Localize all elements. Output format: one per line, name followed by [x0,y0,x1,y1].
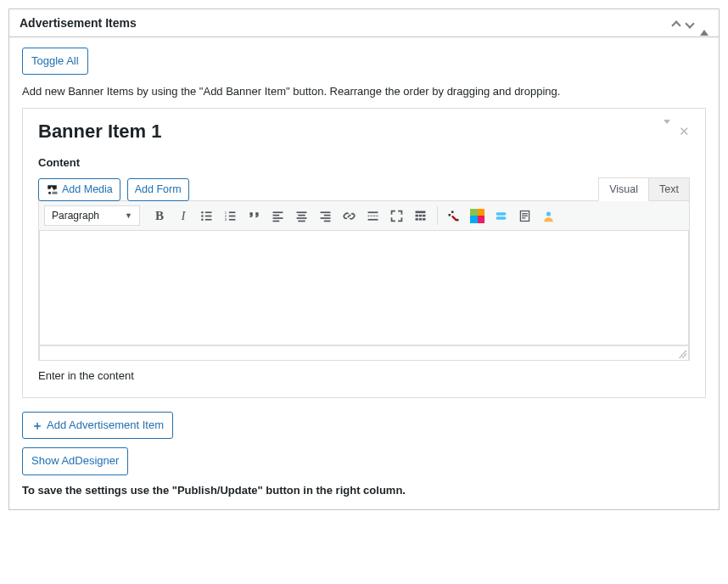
toolbar-separator [437,206,438,225]
remove-item-icon[interactable]: ✕ [679,124,690,139]
svg-rect-13 [273,211,283,213]
content-label: Content [38,156,690,169]
panel-body: Toggle All Add new Banner Items by using… [9,37,719,509]
svg-rect-10 [229,215,236,216]
save-note: To save the settings use the "Publish/Up… [22,484,706,497]
editor-content-area[interactable] [39,231,689,345]
svg-rect-27 [368,219,378,221]
svg-rect-8 [229,211,236,213]
svg-rect-40 [523,215,529,216]
add-media-button[interactable]: Add Media [38,178,120,202]
toolbar-toggle-button[interactable] [410,205,432,227]
advertisement-items-panel: Advertisement Items Toggle All Add new B… [8,8,720,510]
align-center-button[interactable] [291,205,313,227]
svg-rect-37 [496,216,507,219]
align-right-button[interactable] [315,205,337,227]
svg-rect-41 [523,217,526,218]
media-icon [46,183,59,195]
editor-resize-handle[interactable] [39,345,689,361]
svg-point-1 [202,211,204,214]
chevron-down-icon: ▼ [125,211,132,220]
svg-rect-15 [273,217,283,219]
svg-rect-16 [273,220,280,222]
bullet-list-button[interactable] [196,205,218,227]
svg-text:3: 3 [225,217,227,222]
read-more-button[interactable] [362,205,384,227]
format-select[interactable]: Paragraph ▼ [44,205,140,226]
svg-rect-32 [416,218,418,221]
add-form-button[interactable]: Add Form [127,178,189,202]
plus-icon: ＋ [31,419,43,431]
document-button[interactable] [514,205,536,227]
svg-rect-4 [205,215,212,216]
svg-point-0 [48,192,51,194]
svg-rect-23 [321,217,331,219]
insert-row-button[interactable] [490,205,512,227]
show-addesigner-button[interactable]: Show AdDesigner [22,447,128,474]
tab-visual[interactable]: Visual [598,177,649,201]
svg-rect-20 [299,220,306,222]
svg-point-42 [546,211,551,216]
banner-item: Banner Item 1 ✕ Content Add Media [22,108,706,398]
editor-toolbar-wrap: Paragraph ▼ B I 123 [38,200,690,361]
shortcode-button[interactable] [443,205,465,227]
svg-point-3 [202,215,204,217]
align-left-button[interactable] [267,205,289,227]
svg-rect-18 [299,214,306,216]
fullscreen-button[interactable] [386,205,408,227]
add-advertisement-item-button[interactable]: ＋Add Advertisement Item [22,412,173,439]
collapse-panel-icon[interactable] [700,16,708,30]
panel-header-controls [673,16,708,30]
svg-rect-31 [423,214,426,216]
svg-rect-39 [523,213,529,214]
svg-rect-21 [321,211,331,213]
user-button[interactable] [538,205,560,227]
svg-rect-19 [297,217,307,219]
collapse-item-icon[interactable] [664,124,670,139]
svg-rect-12 [229,219,236,221]
svg-rect-28 [416,211,426,213]
svg-rect-6 [205,219,212,221]
editor-toolbar: Paragraph ▼ B I 123 [39,201,689,231]
blockquote-button[interactable] [244,205,266,227]
banner-item-controls: ✕ [664,124,690,139]
svg-rect-2 [205,211,212,213]
panel-header[interactable]: Advertisement Items [9,9,719,37]
svg-rect-29 [416,214,418,216]
editor-top-row: Add Media Add Form Visual Text [38,177,690,201]
svg-rect-35 [456,219,459,222]
svg-rect-36 [496,212,507,215]
tab-text[interactable]: Text [648,177,690,201]
banner-item-header[interactable]: Banner Item 1 ✕ [38,121,690,143]
link-button[interactable] [339,205,361,227]
svg-rect-24 [324,220,331,222]
numbered-list-button[interactable]: 123 [220,205,242,227]
panel-title: Advertisement Items [20,16,137,30]
move-down-icon[interactable] [686,16,693,30]
content-helper-text: Enter in the content [38,369,690,382]
move-up-icon[interactable] [673,16,680,30]
color-swatch-button[interactable] [467,205,489,227]
intro-text: Add new Banner Items by using the "Add B… [22,85,706,98]
bold-button[interactable]: B [148,205,171,227]
svg-rect-14 [273,214,280,216]
toggle-all-button[interactable]: Toggle All [22,48,88,75]
svg-point-5 [202,218,204,221]
svg-rect-30 [419,214,422,216]
svg-rect-25 [368,211,378,213]
svg-rect-26 [368,215,378,216]
svg-rect-34 [423,218,426,221]
svg-rect-17 [297,211,307,213]
svg-rect-33 [419,218,422,221]
svg-rect-22 [324,214,331,216]
editor-mode-tabs: Visual Text [599,177,690,201]
banner-item-title: Banner Item 1 [38,121,162,143]
italic-button[interactable]: I [172,205,194,227]
